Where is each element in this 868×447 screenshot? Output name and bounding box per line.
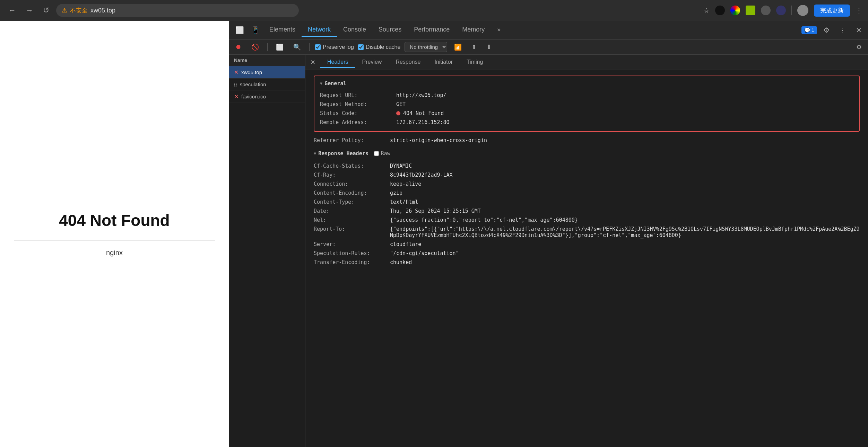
field-value: cloudflare	[390, 241, 860, 247]
field-key: Cf-Cache-Status:	[314, 163, 390, 169]
clear-button[interactable]: 🚫	[249, 42, 262, 52]
field-key: Content-Type:	[314, 199, 390, 205]
record-button[interactable]: ⏺	[233, 42, 244, 52]
request-item-favicon[interactable]: ✕ favicon.ico	[229, 90, 305, 103]
details-tab-preview[interactable]: Preview	[355, 57, 389, 68]
field-content-type: Content-Type: text/html	[314, 198, 860, 207]
field-cf-ray: Cf-Ray: 8c9443fb292f2ad9-LAX	[314, 170, 860, 179]
field-nel: Nel: {"success_fraction":0,"report_to":"…	[314, 216, 860, 225]
raw-checkbox[interactable]: Raw	[374, 150, 390, 157]
address-text: xw05.top	[90, 7, 115, 14]
settings-icon[interactable]: ⚙	[853, 42, 865, 52]
main-area: 404 Not Found nginx ⬜ 📱 Elements Network…	[0, 21, 868, 447]
status-code-text: 404 Not Found	[403, 110, 444, 116]
field-value: 8c9443fb292f2ad9-LAX	[390, 172, 860, 178]
error-icon2: ✕	[234, 93, 238, 100]
field-value: text/html	[390, 199, 860, 205]
raw-label: Raw	[381, 150, 390, 157]
raw-checkbox-input[interactable]	[374, 151, 379, 156]
browser-action-icons: ☆ 完成更新 ⋮	[703, 5, 862, 17]
field-connection: Connection: keep-alive	[314, 179, 860, 189]
forward-button[interactable]: →	[23, 5, 36, 16]
details-tab-timing[interactable]: Timing	[460, 57, 490, 68]
badge-count: 1	[811, 27, 814, 33]
details-tab-response[interactable]: Response	[389, 57, 427, 68]
field-value: {"success_fraction":0,"report_to":"cf-ne…	[390, 217, 860, 223]
field-value: strict-origin-when-cross-origin	[390, 137, 860, 143]
field-key: Report-To:	[314, 226, 390, 238]
request-list: Name ✕ xw05.top {} speculation ✕ favicon…	[229, 55, 305, 447]
update-button[interactable]: 完成更新	[814, 5, 850, 17]
search-icon[interactable]: 🔍	[290, 42, 304, 52]
response-headers-section-title: Response Headers	[314, 150, 368, 157]
tab-network[interactable]: Network	[302, 23, 337, 37]
toolbar-divider	[267, 43, 268, 51]
tab-more[interactable]: »	[491, 23, 507, 37]
tab-console[interactable]: Console	[337, 23, 372, 37]
bookmark-icon[interactable]: ☆	[703, 6, 710, 15]
field-value: {"endpoints":[{"url":"https:\/\/a.nel.cl…	[390, 226, 860, 238]
code-icon: {}	[234, 82, 237, 87]
field-value: gzip	[390, 190, 860, 196]
back-button[interactable]: ←	[6, 5, 19, 16]
field-cf-cache-status: Cf-Cache-Status: DYNAMIC	[314, 161, 860, 170]
field-report-to: Report-To: {"endpoints":[{"url":"https:\…	[314, 225, 860, 240]
field-date: Date: Thu, 26 Sep 2024 15:25:15 GMT	[314, 207, 860, 216]
devtools-top-icons: 💬 1 ⚙ ⋮ ✕	[801, 24, 865, 36]
notification-badge: 💬 1	[801, 26, 817, 34]
field-value: Thu, 26 Sep 2024 15:25:15 GMT	[390, 208, 860, 214]
details-close-button[interactable]: ✕	[305, 57, 320, 68]
tab-memory[interactable]: Memory	[456, 23, 491, 37]
download-icon[interactable]: ⬇	[484, 42, 494, 52]
field-key: Referrer Policy:	[314, 137, 390, 143]
upload-icon[interactable]: ⬆	[469, 42, 479, 52]
tab-sources[interactable]: Sources	[372, 23, 408, 37]
more-icon[interactable]: ⋮	[856, 6, 862, 15]
preserve-log-input[interactable]	[315, 44, 321, 50]
details-tab-initiator[interactable]: Initiator	[427, 57, 459, 68]
devtools-device-icon[interactable]: 📱	[248, 24, 263, 36]
general-section-title: General	[320, 80, 853, 87]
circle-icon	[715, 6, 725, 15]
field-speculation-rules: Speculation-Rules: "/cdn-cgi/speculation…	[314, 249, 860, 258]
toolbar-divider2	[309, 43, 310, 51]
field-key: Content-Encoding:	[314, 190, 390, 196]
field-key: Request Method:	[320, 101, 396, 107]
disable-cache-input[interactable]	[358, 44, 364, 50]
tab-performance[interactable]: Performance	[408, 23, 456, 37]
throttle-select[interactable]: No throttling	[405, 42, 447, 52]
devtools-inspect-icon[interactable]: ⬜	[232, 24, 248, 36]
reload-button[interactable]: ↺	[40, 5, 52, 16]
preserve-log-checkbox[interactable]: Preserve log	[315, 44, 354, 50]
extension-icon2	[761, 6, 771, 15]
devtools-close-icon[interactable]: ✕	[852, 24, 865, 36]
request-name: xw05.top	[241, 69, 262, 75]
status-dot-icon	[396, 111, 400, 115]
response-headers-section: Response Headers Raw Cf-Cache-Status: DY…	[314, 150, 860, 267]
tab-elements[interactable]: Elements	[263, 23, 302, 37]
extension-icon3	[776, 6, 786, 15]
devtools-more-icon[interactable]: ⋮	[836, 24, 850, 36]
request-item-speculation[interactable]: {} speculation	[229, 79, 305, 90]
request-item-xw05[interactable]: ✕ xw05.top	[229, 66, 305, 79]
field-key: Transfer-Encoding:	[314, 259, 390, 265]
field-value: DYNAMIC	[390, 163, 860, 169]
wifi-icon[interactable]: 📶	[451, 42, 465, 52]
network-content: Name ✕ xw05.top {} speculation ✕ favicon…	[229, 55, 868, 447]
details-tab-headers[interactable]: Headers	[320, 57, 355, 68]
filter-icon[interactable]: ⬜	[273, 42, 286, 52]
field-key: Remote Address:	[320, 119, 396, 125]
response-headers-title-row: Response Headers Raw	[314, 150, 860, 157]
page-divider	[14, 240, 215, 240]
field-content-encoding: Content-Encoding: gzip	[314, 189, 860, 198]
field-request-method: Request Method: GET	[320, 100, 853, 109]
page-title: 404 Not Found	[59, 211, 170, 230]
security-warning-icon: ⚠	[62, 7, 67, 14]
address-bar[interactable]: ⚠ 不安全 xw05.top	[56, 4, 299, 17]
devtools-settings-icon[interactable]: ⚙	[820, 24, 833, 36]
disable-cache-checkbox[interactable]: Disable cache	[358, 44, 401, 50]
field-key: Status Code:	[320, 110, 396, 116]
request-list-header: Name	[229, 55, 305, 66]
browser-chrome: ← → ↺ ⚠ 不安全 xw05.top ☆ 完成更新 ⋮	[0, 0, 868, 21]
preserve-log-label: Preserve log	[323, 44, 354, 50]
